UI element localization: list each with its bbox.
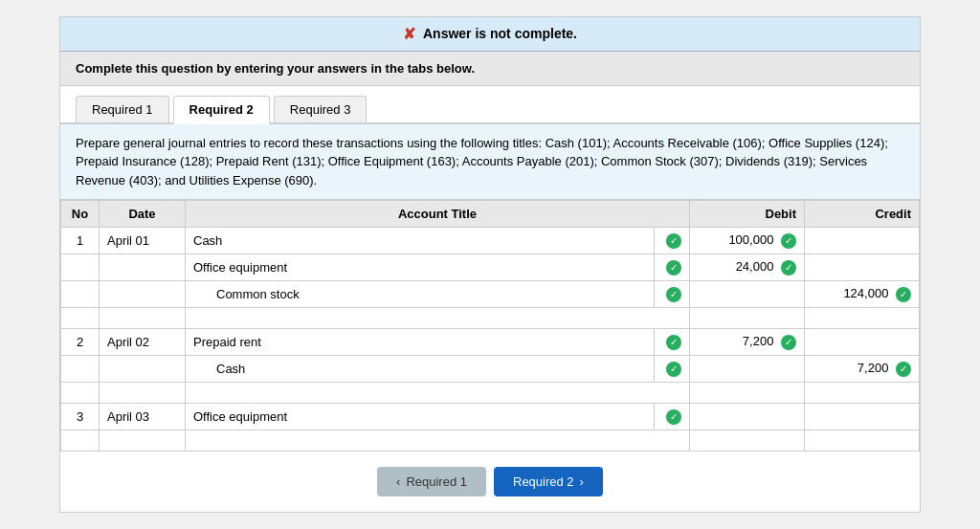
journal-table: No Date Account Title Debit Credit 1Apri…: [60, 200, 920, 452]
check-icon: ✓: [666, 335, 681, 350]
cell-account: Cash: [186, 356, 655, 383]
cell-no: 1: [61, 228, 100, 254]
description-text: Prepare general journal entries to recor…: [60, 124, 920, 201]
tab-required-2[interactable]: Required 2: [173, 96, 270, 124]
check-icon: ✓: [666, 233, 681, 249]
table-row: Cash✓7,200 ✓: [61, 356, 920, 383]
table-row: 3April 03Office equipment✓: [61, 404, 920, 430]
cell-account: Prepaid rent: [186, 329, 655, 356]
instruction-text: Complete this question by entering your …: [60, 52, 920, 86]
cell-credit: 7,200 ✓: [805, 356, 920, 383]
cell-date: [100, 281, 186, 308]
header-no: No: [61, 201, 100, 228]
prev-button-label: Required 1: [406, 474, 467, 489]
table-row: 2April 02Prepaid rent✓7,200 ✓: [61, 329, 920, 356]
debit-check-icon: ✓: [781, 335, 796, 350]
cell-account-check: ✓: [655, 404, 690, 430]
cell-date: April 02: [100, 329, 186, 356]
cell-credit: 124,000 ✓: [805, 281, 920, 308]
header-credit: Credit: [805, 201, 920, 228]
cell-credit: [805, 228, 920, 254]
next-button[interactable]: Required 2 ›: [494, 467, 603, 496]
error-icon: ✘: [403, 25, 415, 43]
cell-no: [61, 281, 100, 308]
alert-text: Answer is not complete.: [423, 26, 577, 41]
check-icon: ✓: [666, 409, 681, 425]
cell-date: [100, 254, 186, 281]
cell-no: [61, 356, 100, 383]
cell-date: April 03: [100, 404, 186, 430]
header-account: Account Title: [186, 201, 690, 228]
cell-account-check: ✓: [655, 228, 690, 254]
debit-check-icon: ✓: [781, 260, 796, 276]
cell-account-check: ✓: [655, 281, 690, 308]
cell-account-check: ✓: [655, 254, 690, 281]
cell-debit: [690, 404, 805, 430]
empty-row: [61, 308, 920, 329]
alert-bar: ✘ Answer is not complete.: [60, 17, 920, 52]
empty-row: [61, 430, 920, 452]
cell-credit: [805, 329, 920, 356]
cell-debit: [690, 281, 805, 308]
chevron-left-icon: ‹: [396, 474, 400, 489]
cell-debit: [690, 356, 805, 383]
journal-table-wrapper: No Date Account Title Debit Credit 1Apri…: [60, 200, 920, 452]
cell-account-check: ✓: [655, 356, 690, 383]
cell-debit: 24,000 ✓: [690, 254, 805, 281]
tab-required-1[interactable]: Required 1: [76, 96, 169, 122]
empty-row: [61, 383, 920, 404]
bottom-nav: ‹ Required 1 Required 2 ›: [60, 452, 920, 512]
cell-credit: [805, 254, 920, 281]
cell-no: 3: [61, 404, 100, 430]
next-button-label: Required 2: [513, 474, 574, 489]
cell-debit: 100,000 ✓: [690, 228, 805, 254]
chevron-right-icon: ›: [580, 474, 584, 489]
tabs-container: Required 1 Required 2 Required 3: [60, 86, 920, 124]
check-icon: ✓: [666, 260, 681, 276]
table-row: Office equipment✓24,000 ✓: [61, 254, 920, 281]
cell-no: 2: [61, 329, 100, 356]
credit-check-icon: ✓: [896, 362, 911, 377]
credit-check-icon: ✓: [896, 287, 911, 302]
check-icon: ✓: [666, 362, 681, 377]
table-row: Common stock✓124,000 ✓: [61, 281, 920, 308]
header-debit: Debit: [690, 201, 805, 228]
cell-credit: [805, 404, 920, 430]
cell-account-check: ✓: [655, 329, 690, 356]
cell-date: April 01: [100, 228, 186, 254]
cell-account: Common stock: [186, 281, 655, 308]
cell-account: Cash: [186, 228, 655, 254]
prev-button[interactable]: ‹ Required 1: [377, 467, 486, 496]
cell-account: Office equipment: [186, 404, 655, 430]
check-icon: ✓: [666, 287, 681, 302]
header-date: Date: [100, 201, 186, 228]
cell-date: [100, 356, 186, 383]
cell-no: [61, 254, 100, 281]
tab-required-3[interactable]: Required 3: [274, 96, 368, 122]
table-row: 1April 01Cash✓100,000 ✓: [61, 228, 920, 254]
debit-check-icon: ✓: [781, 233, 796, 249]
cell-account: Office equipment: [186, 254, 655, 281]
cell-debit: 7,200 ✓: [690, 329, 805, 356]
